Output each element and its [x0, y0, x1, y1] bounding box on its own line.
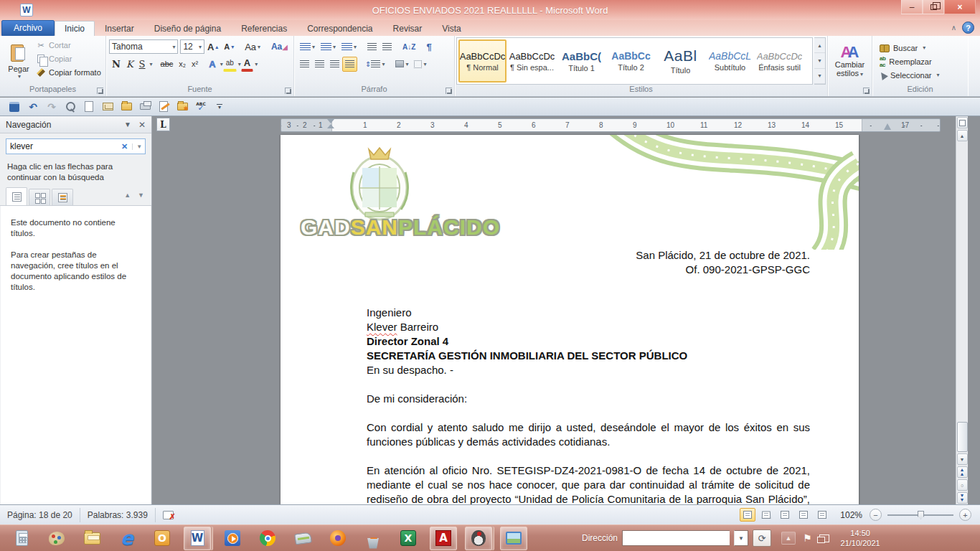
left-indent-marker[interactable]	[327, 119, 334, 128]
style-item-énfasis-sutil[interactable]: AaBbCcDcÉnfasis sutil	[755, 39, 804, 83]
outline-view-button[interactable]	[796, 508, 811, 522]
tab-vista[interactable]: Vista	[432, 21, 471, 36]
increase-indent-button[interactable]	[380, 39, 395, 55]
navigation-close-icon[interactable]: ✕	[138, 120, 146, 130]
clear-search-icon[interactable]: ✕	[121, 142, 128, 151]
navigation-search-input[interactable]	[10, 141, 121, 151]
folder-special-button[interactable]	[174, 99, 191, 115]
print-preview-button[interactable]	[62, 99, 79, 115]
font-dialog-launcher-icon[interactable]	[285, 88, 291, 94]
taskbar-excel-button[interactable]: X	[395, 527, 422, 550]
shading-button[interactable]: ▾	[392, 57, 411, 72]
change-case-button[interactable]: Aa▾	[242, 39, 263, 55]
scroll-up-icon[interactable]: ▲	[957, 130, 968, 141]
style-item-normal[interactable]: AaBbCcDc¶ Normal	[458, 39, 507, 83]
shrink-font-button[interactable]: A▾	[221, 39, 237, 55]
tab-archivo[interactable]: Archivo	[1, 20, 55, 36]
address-refresh-icon[interactable]: ⟳	[753, 529, 771, 547]
tab-revisar[interactable]: Revisar	[383, 21, 433, 36]
underline-dropdown-icon[interactable]: ▾	[150, 61, 153, 67]
spelling-button[interactable]: ABC	[192, 99, 209, 115]
taskbar-java-button[interactable]	[465, 527, 492, 550]
numbering-button[interactable]: ▾	[318, 39, 339, 55]
zoom-slider[interactable]	[887, 514, 953, 516]
multilevel-list-button[interactable]: ▾	[339, 39, 359, 55]
line-spacing-button[interactable]: ⇕▾	[362, 57, 387, 72]
tab-insertar[interactable]: Insertar	[95, 21, 144, 36]
clipboard-dialog-launcher-icon[interactable]	[97, 88, 103, 94]
font-family-select[interactable]: Tahoma▾	[109, 39, 178, 54]
taskbar-internet-explorer-button[interactable]: e	[113, 527, 141, 550]
tab-inicio[interactable]: Inicio	[55, 21, 95, 36]
style-item-título-2[interactable]: AaBbCcTítulo 2	[607, 39, 655, 83]
print-button[interactable]	[136, 99, 154, 115]
show-marks-button[interactable]: ¶	[423, 39, 434, 55]
gallery-up-icon[interactable]: ▲	[814, 38, 825, 53]
gallery-expand-icon[interactable]: ▼	[814, 69, 825, 84]
align-left-button[interactable]	[297, 57, 312, 72]
paragraph-dialog-launcher-icon[interactable]	[446, 88, 452, 94]
ruler[interactable]: 32112345678910111213141517	[281, 118, 941, 132]
strikethrough-button[interactable]: abc	[158, 57, 176, 72]
right-indent-marker[interactable]	[884, 123, 891, 130]
align-center-button[interactable]	[312, 57, 327, 72]
nav-tab-pages[interactable]	[29, 189, 50, 205]
tab-correspondencia[interactable]: Correspondencia	[297, 21, 382, 36]
full-screen-reading-button[interactable]	[758, 508, 774, 522]
page-indicator[interactable]: Página: 18 de 20	[0, 508, 80, 522]
find-button[interactable]: Buscar▾	[880, 44, 965, 52]
styles-dialog-launcher-icon[interactable]	[863, 88, 870, 94]
underline-button[interactable]: S	[136, 57, 149, 72]
spelling-status[interactable]	[156, 508, 181, 522]
vertical-scrollbar[interactable]: ▲ ▼ ▲▲ ○ ▼▼	[956, 116, 968, 504]
replace-button[interactable]: abacReemplazar	[880, 55, 965, 68]
subscript-button[interactable]: x₂	[176, 57, 189, 72]
style-item-título-1[interactable]: AaBbC(Título 1	[557, 39, 606, 83]
taskbar-firefox-button[interactable]	[324, 527, 352, 550]
copy-button[interactable]: Copiar	[34, 53, 103, 65]
navigation-options-icon[interactable]: ▼	[124, 121, 131, 128]
taskbar-scanner-button[interactable]	[289, 527, 316, 550]
text-effects-button[interactable]: A	[206, 57, 218, 72]
style-item-sin-espa[interactable]: AaBbCcDc¶ Sin espa...	[508, 39, 556, 83]
previous-page-button[interactable]: ▲▲	[957, 466, 968, 478]
taskbar-file-explorer-button[interactable]	[78, 527, 105, 550]
search-options-icon[interactable]: ▼	[132, 143, 142, 150]
zoom-slider-thumb[interactable]	[918, 511, 924, 519]
clear-formatting-button[interactable]: Aa◢	[268, 39, 291, 55]
gallery-down-icon[interactable]: ▼	[814, 53, 825, 68]
taskbar-word-button[interactable]: W	[184, 527, 211, 550]
ruler-toggle-button[interactable]	[957, 117, 968, 128]
new-document-button[interactable]	[80, 99, 98, 115]
tab-stop-selector[interactable]: L	[156, 118, 170, 131]
next-page-button[interactable]: ▼▼	[957, 492, 968, 504]
redo-button[interactable]: ↷	[43, 99, 60, 115]
bold-button[interactable]: N	[109, 57, 123, 72]
format-painter-button[interactable]: Copiar formato	[34, 67, 103, 78]
address-dropdown-icon[interactable]: ▼	[734, 530, 748, 546]
font-color-button[interactable]: A	[241, 57, 253, 72]
tab-diseno-de-pagina[interactable]: Diseño de página	[144, 21, 231, 36]
show-hidden-icons-button[interactable]: ▲	[781, 532, 796, 545]
help-icon[interactable]: ?	[962, 22, 974, 34]
change-styles-button[interactable]: AA Cambiar estilos▾	[831, 38, 869, 85]
attach-button[interactable]	[99, 99, 116, 115]
taskbar-clock[interactable]: 14:50 21/10/2021	[841, 528, 880, 548]
zoom-in-button[interactable]: +	[959, 509, 971, 521]
font-size-select[interactable]: 12▾	[180, 39, 204, 54]
sort-button[interactable]: A↓Z	[400, 39, 418, 55]
taskbar-paint-button[interactable]	[43, 527, 70, 550]
decrease-indent-button[interactable]	[364, 39, 380, 55]
zoom-level[interactable]: 102%	[840, 510, 862, 520]
word-count[interactable]: Palabras: 3.939	[80, 508, 156, 522]
style-item-título[interactable]: AaBlTítulo	[656, 39, 705, 83]
scroll-down-icon[interactable]: ▼	[957, 453, 968, 465]
scrollbar-thumb[interactable]	[957, 422, 968, 452]
restore-button[interactable]	[923, 0, 944, 14]
taskbar-autocad-button[interactable]: A	[430, 527, 457, 550]
style-item-subtítulo[interactable]: AaBbCcLSubtítulo	[706, 39, 754, 83]
justify-button[interactable]	[342, 57, 357, 72]
letter-body[interactable]: San Plácido, 21 de octubre de 2021. Of. …	[281, 135, 859, 504]
more-button[interactable]: ▾	[211, 99, 228, 115]
address-input[interactable]	[622, 530, 730, 546]
